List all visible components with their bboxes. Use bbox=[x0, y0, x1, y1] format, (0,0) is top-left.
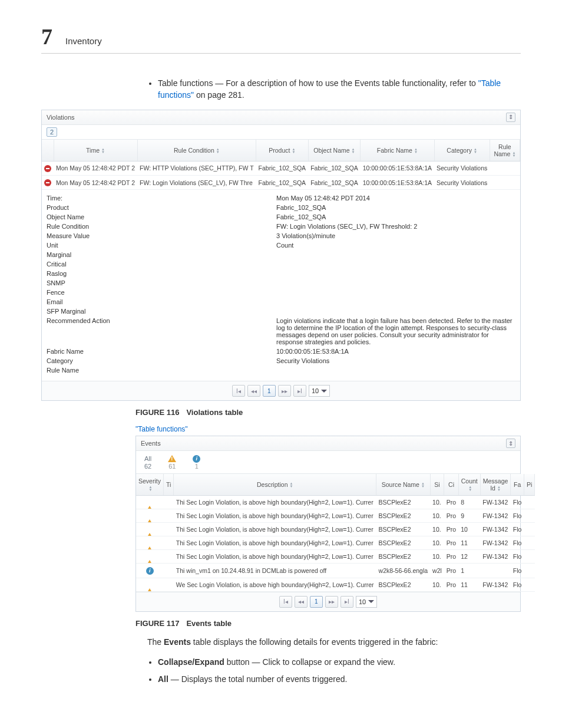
sort-icon: ▲▼ bbox=[289, 482, 293, 488]
violations-pager: I◂ ◂◂ 1 ▸▸ ▸I 10 bbox=[42, 381, 520, 400]
detail-value: Security Violations bbox=[276, 356, 515, 365]
table-row[interactable]: Thi Sec Login Violation, is above high b… bbox=[136, 523, 535, 536]
detail-row: Recommended ActionLogin violations indic… bbox=[47, 316, 515, 347]
cell-desc: We Sec Login Violation, is above high bo… bbox=[174, 578, 376, 591]
cell-ti bbox=[163, 578, 173, 591]
bullet-collapse: Collapse/Expand button — Click to collap… bbox=[158, 656, 521, 668]
detail-value: 10:00:00:05:1E:53:8A:1A bbox=[276, 347, 515, 356]
cell-ci: Pro bbox=[444, 578, 458, 591]
events-bold: Events bbox=[164, 637, 191, 647]
sort-icon: ▲▼ bbox=[421, 482, 425, 488]
col-ti[interactable]: Ti bbox=[163, 474, 173, 496]
col-severity[interactable]: Severity▲▼ bbox=[136, 474, 163, 496]
pager-last[interactable]: ▸I bbox=[293, 385, 306, 397]
pager-prev[interactable]: ◂◂ bbox=[247, 385, 260, 397]
cell-pi bbox=[524, 536, 534, 550]
col-product[interactable]: Product▲▼ bbox=[256, 140, 309, 162]
detail-value bbox=[276, 288, 515, 297]
detail-value bbox=[276, 269, 515, 278]
cell-ci: Pro bbox=[444, 496, 458, 509]
figure-text: Violations table bbox=[186, 408, 243, 417]
col-fa[interactable]: Fa bbox=[511, 474, 524, 496]
cell-src: BSCPlexE2 bbox=[376, 523, 430, 536]
pager-current[interactable]: 1 bbox=[310, 596, 323, 608]
detail-value: Fabric_102_SQA bbox=[276, 203, 515, 212]
pager-size[interactable]: 10 bbox=[309, 385, 330, 397]
cell-pi bbox=[524, 578, 534, 591]
violations-table: Time▲▼ Rule Condition▲▼ Product▲▼ Object… bbox=[42, 140, 520, 190]
col-objname[interactable]: Object Name▲▼ bbox=[308, 140, 361, 162]
cell-si: 10. bbox=[430, 578, 444, 591]
pager-next[interactable]: ▸▸ bbox=[325, 596, 338, 608]
cell-ci: Pro bbox=[444, 564, 458, 578]
col-desc[interactable]: Description▲▼ bbox=[174, 474, 376, 496]
warning-icon bbox=[146, 499, 154, 509]
sort-icon: ▲▼ bbox=[148, 486, 152, 492]
stop-icon bbox=[44, 179, 51, 186]
cell-src: BSCPlexE2 bbox=[376, 550, 430, 564]
table-row[interactable]: Thi Sec Login Violation, is above high b… bbox=[136, 509, 535, 523]
collapse-icon[interactable]: ⇕ bbox=[506, 113, 515, 122]
bullet-bold: Collapse/Expand bbox=[158, 657, 224, 667]
chevron-down-icon bbox=[368, 600, 374, 603]
detail-value: Mon May 05 12:48:42 PDT 2014 bbox=[276, 193, 515, 203]
cell-desc: Thi win_vm1 on 10.24.48.91 in DCMLab is … bbox=[174, 564, 376, 578]
tab-warn[interactable]: 61 bbox=[168, 454, 176, 470]
sort-icon: ▲▼ bbox=[474, 148, 477, 154]
cell-ci: Pro bbox=[444, 523, 458, 536]
col-msgid[interactable]: Message Id▲▼ bbox=[480, 474, 511, 496]
tab-all[interactable]: All 62 bbox=[144, 454, 151, 470]
table-functions-link2[interactable]: "Table functions" bbox=[135, 425, 521, 433]
col-rulename[interactable]: Rule Name▲▼ bbox=[490, 140, 520, 162]
sort-icon: ▲▼ bbox=[512, 151, 515, 157]
pager-prev[interactable]: ◂◂ bbox=[295, 596, 308, 608]
pager-first[interactable]: I◂ bbox=[232, 385, 245, 397]
cell-count: 1 bbox=[458, 564, 480, 578]
detail-value bbox=[276, 278, 515, 288]
table-row[interactable]: Thi Sec Login Violation, is above high b… bbox=[136, 496, 535, 509]
pager-size[interactable]: 10 bbox=[356, 596, 377, 608]
detail-row: Measure Value3 Violation(s)/minute bbox=[47, 231, 515, 241]
table-row[interactable]: Thi Sec Login Violation, is above high b… bbox=[136, 536, 535, 550]
detail-label: Rule Name bbox=[47, 365, 276, 375]
pager-first[interactable]: I◂ bbox=[279, 596, 292, 608]
pager-last[interactable]: ▸I bbox=[340, 596, 353, 608]
bullet-text: button — Click to collapse or expand the… bbox=[224, 657, 395, 667]
table-row[interactable]: We Sec Login Violation, is above high bo… bbox=[136, 578, 535, 591]
cell-si: 10. bbox=[430, 523, 444, 536]
table-row[interactable]: Mon May 05 12:48:42 PDT 2 FW: HTTP Viola… bbox=[42, 161, 520, 175]
detail-label: Email bbox=[47, 297, 276, 307]
cell-count: 11 bbox=[458, 578, 480, 591]
table-row[interactable]: Mon May 05 12:48:42 PDT 2 FW: Login Viol… bbox=[42, 176, 520, 190]
col-si[interactable]: Si bbox=[430, 474, 444, 496]
filter-badge[interactable]: 2 bbox=[47, 127, 57, 137]
cell-count: 11 bbox=[458, 536, 480, 550]
cell-fa: Flo bbox=[511, 550, 524, 564]
col-src[interactable]: Source Name▲▼ bbox=[376, 474, 430, 496]
col-ci[interactable]: Ci bbox=[444, 474, 458, 496]
violations-panel: Violations ⇕ 2 Time▲▼ Rule Condition▲▼ P… bbox=[41, 110, 521, 401]
tab-all-label: All bbox=[144, 454, 151, 463]
figure117-caption: FIGURE 117Events table bbox=[135, 619, 521, 628]
table-row[interactable]: Thi Sec Login Violation, is above high b… bbox=[136, 550, 535, 564]
pager-current[interactable]: 1 bbox=[263, 385, 276, 397]
detail-label: Critical bbox=[47, 259, 276, 269]
col-category[interactable]: Category▲▼ bbox=[434, 140, 490, 162]
bullet-all: All — Displays the total number of event… bbox=[158, 673, 521, 685]
col-time[interactable]: Time▲▼ bbox=[54, 140, 137, 162]
col-fabname[interactable]: Fabric Name▲▼ bbox=[361, 140, 434, 162]
detail-label: Recommended Action bbox=[47, 316, 276, 347]
col-rulecond[interactable]: Rule Condition▲▼ bbox=[137, 140, 256, 162]
table-row[interactable]: i Thi win_vm1 on 10.24.48.91 in DCMLab i… bbox=[136, 564, 535, 578]
detail-row: UnitCount bbox=[47, 241, 515, 250]
info-icon: i bbox=[146, 567, 154, 575]
collapse-icon[interactable]: ⇕ bbox=[506, 439, 515, 448]
col-pi[interactable]: Pi bbox=[524, 474, 534, 496]
detail-row: SFP Marginal bbox=[47, 307, 515, 316]
pager-next[interactable]: ▸▸ bbox=[278, 385, 291, 397]
cell-prod: Fabric_102_SQA bbox=[256, 176, 309, 190]
tab-info[interactable]: i 1 bbox=[193, 454, 200, 470]
cell-si: 10. bbox=[430, 536, 444, 550]
col-count[interactable]: Count▲▼ bbox=[458, 474, 480, 496]
cell-ci: Pro bbox=[444, 550, 458, 564]
